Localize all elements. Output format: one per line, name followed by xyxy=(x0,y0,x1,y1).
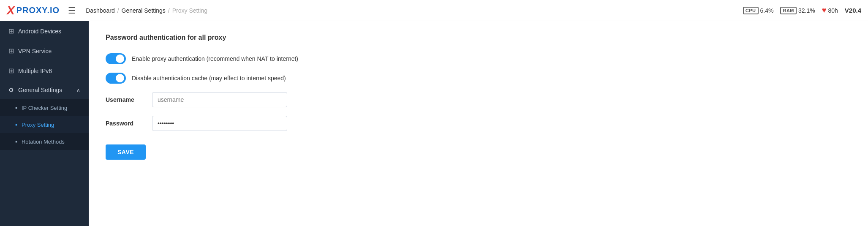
toggle-track-1 xyxy=(106,53,126,64)
version-stat: V20.4 xyxy=(845,7,861,14)
toggle-disable-cache[interactable] xyxy=(106,73,126,84)
hamburger-icon[interactable]: ☰ xyxy=(68,5,76,16)
doc-active-icon: ▪ xyxy=(15,121,17,128)
sidebar-item-vpn-service[interactable]: ⊞ VPN Service xyxy=(0,41,89,61)
uptime-value: 80h xyxy=(828,7,838,14)
sidebar-general-settings-label: General Settings xyxy=(18,87,62,93)
sidebar-sub-rotation-methods[interactable]: ▪ Rotation Methods xyxy=(0,133,89,150)
header: X PROXY.IO ☰ Dashboard / General Setting… xyxy=(0,0,868,21)
ram-icon: RAM xyxy=(780,7,797,14)
sidebar-item-android-devices[interactable]: ⊞ Android Devices xyxy=(0,21,89,41)
chevron-up-icon: ∧ xyxy=(76,87,80,93)
cpu-value: 6.4% xyxy=(760,7,774,14)
toggle-row-1: Enable proxy authentication (recommend w… xyxy=(106,53,851,64)
ipv6-icon: ⊞ xyxy=(8,67,14,75)
breadcrumb-sep1: / xyxy=(117,7,119,14)
ram-stat: RAM 32.1% xyxy=(780,7,815,14)
breadcrumb-dashboard[interactable]: Dashboard xyxy=(86,7,115,14)
sidebar-item-multiple-ipv6[interactable]: ⊞ Multiple IPv6 xyxy=(0,61,89,81)
sidebar-sub-label: IP Checker Setting xyxy=(22,105,67,111)
toggle-track-2 xyxy=(106,73,126,84)
header-right: CPU 6.4% RAM 32.1% ♥ 80h V20.4 xyxy=(743,6,861,15)
breadcrumb-current: Proxy Setting xyxy=(172,7,207,14)
settings-icon: ⚙ xyxy=(8,87,14,93)
content-area: Password authentication for all proxy En… xyxy=(89,21,868,226)
android-icon: ⊞ xyxy=(8,27,14,35)
form-row-username: Username xyxy=(106,92,851,107)
breadcrumb-general-settings[interactable]: General Settings xyxy=(122,7,166,14)
sidebar-sub-label: Rotation Methods xyxy=(22,139,65,145)
main-layout: ⊞ Android Devices ⊞ VPN Service ⊞ Multip… xyxy=(0,21,868,226)
version-value: V20.4 xyxy=(845,7,861,14)
vpn-icon: ⊞ xyxy=(8,47,14,55)
logo-x: X xyxy=(7,4,15,17)
password-input[interactable] xyxy=(152,116,287,131)
breadcrumb: Dashboard / General Settings / Proxy Set… xyxy=(86,7,207,14)
sidebar-item-label: Android Devices xyxy=(18,28,61,35)
logo: X PROXY.IO xyxy=(7,4,60,17)
username-label: Username xyxy=(106,96,144,103)
breadcrumb-sep2: / xyxy=(168,7,170,14)
sidebar-item-label: Multiple IPv6 xyxy=(18,68,52,74)
header-left: X PROXY.IO ☰ Dashboard / General Setting… xyxy=(7,4,207,17)
save-button[interactable]: SAVE xyxy=(106,144,146,160)
ram-value: 32.1% xyxy=(798,7,815,14)
cpu-icon: CPU xyxy=(743,7,759,14)
password-label: Password xyxy=(106,120,144,127)
logo-text: PROXY.IO xyxy=(16,5,60,15)
toggle-row-2: Disable authentication cache (may effect… xyxy=(106,73,851,84)
sidebar-item-general-settings[interactable]: ⚙ General Settings ∧ xyxy=(0,81,89,99)
toggle-enable-auth[interactable] xyxy=(106,53,126,64)
username-input[interactable] xyxy=(152,92,287,107)
cpu-stat: CPU 6.4% xyxy=(743,7,774,14)
toggle-label-1: Enable proxy authentication (recommend w… xyxy=(132,55,298,62)
sidebar-sub-proxy-setting[interactable]: ▪ Proxy Setting xyxy=(0,116,89,133)
toggle-thumb-2 xyxy=(116,74,124,82)
sidebar-sub-ip-checker[interactable]: ▪ IP Checker Setting xyxy=(0,99,89,116)
sidebar: ⊞ Android Devices ⊞ VPN Service ⊞ Multip… xyxy=(0,21,89,226)
content-inner: Password authentication for all proxy En… xyxy=(89,21,868,172)
section-title: Password authentication for all proxy xyxy=(106,34,851,41)
doc-icon: ▪ xyxy=(15,104,17,111)
toggle-label-2: Disable authentication cache (may effect… xyxy=(132,75,286,82)
toggle-thumb-1 xyxy=(116,54,124,63)
sidebar-sub-label: Proxy Setting xyxy=(22,122,54,128)
sidebar-submenu: ▪ IP Checker Setting ▪ Proxy Setting ▪ R… xyxy=(0,99,89,150)
heart-icon: ♥ xyxy=(822,6,827,15)
uptime-stat: ♥ 80h xyxy=(822,6,838,15)
sidebar-item-label: VPN Service xyxy=(18,48,52,54)
form-row-password: Password xyxy=(106,116,851,131)
doc2-icon: ▪ xyxy=(15,138,17,145)
